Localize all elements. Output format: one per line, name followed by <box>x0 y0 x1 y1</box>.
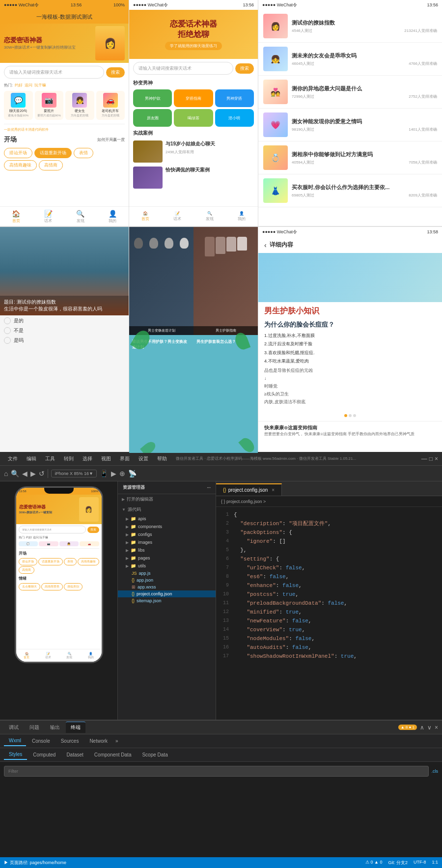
phone-mini-btn-5[interactable]: 高情商 <box>19 566 34 574</box>
ide-menu-edit[interactable]: 编辑 <box>23 454 40 463</box>
s2-nav-discover[interactable]: 🔍 发现 <box>206 211 214 222</box>
ide-toolbar-home-icon[interactable]: ⌂ <box>4 470 8 477</box>
ide-menu-view[interactable]: 视图 <box>97 454 115 463</box>
ide-menu-goto[interactable]: 转到 <box>60 454 78 463</box>
s2-search-button[interactable]: 搜索 <box>235 63 254 74</box>
phone-mini-btn2-1[interactable]: 去点餐聊天 <box>19 583 40 590</box>
s1-search-input[interactable]: 请输入关键词搜索聊天话术 <box>4 66 104 79</box>
s1-btn-high-iq[interactable]: 高情商 <box>39 160 63 170</box>
s3-item-4[interactable]: 💗 测女神能发现你的爱意之情吗 98190人测过 1401人觉得准确 <box>258 109 442 141</box>
s3-item-5[interactable]: 💍 测相亲中你能够做到让对方满意吗 40594人测过 7058人觉得准确 <box>258 141 442 174</box>
ide-toolbar-play-icon[interactable]: ▶ <box>111 470 116 477</box>
ide-panel-tab-component-data[interactable]: Component Data <box>89 750 137 759</box>
ide-toolbar-wifi-icon[interactable]: 📡 <box>128 470 137 477</box>
ide-maximize-button[interactable]: □ <box>429 455 433 462</box>
s4-option-3[interactable]: 是吗 <box>4 337 125 344</box>
s1-search-button[interactable]: 搜索 <box>106 67 125 78</box>
ide-folder-pages[interactable]: ▶ 📁 pages <box>118 554 216 562</box>
s2-god-item-4[interactable]: 原友圈 <box>133 109 172 127</box>
s3-item-2[interactable]: 👧 测未来的女友会是乖乖女吗 46045人测过 4766人觉得准确 <box>258 43 442 76</box>
ide-dt-down-icon[interactable]: ∨ <box>427 724 432 731</box>
s4-radio-2[interactable] <box>4 327 11 334</box>
s4-radio-3[interactable] <box>4 337 11 344</box>
s6-back-button[interactable]: ‹ <box>264 241 267 249</box>
phone-mini-btn-4[interactable]: 高情商趣味 <box>78 558 99 565</box>
ide-toolbar-forward-icon[interactable]: ▶ <box>30 470 36 477</box>
ide-minimize-button[interactable]: — <box>421 455 427 462</box>
ide-insp-tab-wxml[interactable]: Wxml <box>4 736 26 746</box>
s2-god-item-1[interactable]: 男神护款 <box>133 89 172 107</box>
ide-menu-tools[interactable]: 工具 <box>41 454 59 463</box>
ide-insp-tab-console[interactable]: Console <box>27 736 55 746</box>
ide-insp-tab-network[interactable]: Network <box>84 736 112 746</box>
phone-mini-btn-1[interactable]: 搭讪开场 <box>19 558 37 565</box>
s4-radio-1[interactable] <box>4 317 11 324</box>
ide-menu-select[interactable]: 选择 <box>79 454 96 463</box>
ide-dt-close-icon[interactable]: × <box>435 724 438 731</box>
phone-mini-btn2-3[interactable]: 调侃类别 <box>64 583 83 590</box>
phone-mini-nav-home[interactable]: 🏠首页 <box>24 652 29 660</box>
ide-tab-close-icon[interactable]: × <box>272 487 275 493</box>
ide-code-editor[interactable]: 1 { 2 "description": "项目配置文件", 3 "packOp… <box>216 507 442 720</box>
s1-btn-topic-restart[interactable]: 话题重新开场 <box>34 148 72 158</box>
s1-nav-discover[interactable]: 🔍 发现 <box>76 210 84 224</box>
ide-menu-help[interactable]: 帮助 <box>153 454 171 463</box>
s2-god-item-2[interactable]: 穿搭指南 <box>174 89 213 107</box>
s4-option-1[interactable]: 是的 <box>4 317 125 324</box>
s2-nav-skills[interactable]: 📝 话术 <box>173 211 181 222</box>
phone-mini-nav-skills[interactable]: 📝话术 <box>45 652 51 660</box>
ide-folder-utils[interactable]: ▶ 📁 utils <box>118 562 216 570</box>
ide-file-sitemap[interactable]: {} sitemap.json <box>118 597 216 604</box>
s1-nav-home[interactable]: 🏠 首页 <box>12 210 20 224</box>
s3-item-3[interactable]: 💑 测你的异地恋最大问题是什么 72996人测过 2752人觉得准确 <box>258 76 442 109</box>
phone-mini-btn-3[interactable]: 表情 <box>64 558 77 565</box>
s4-option-2[interactable]: 不是 <box>4 327 125 334</box>
s2-case-item-1[interactable]: 与19岁小姑娘走心聊天 2496人觉得有用 <box>129 139 258 165</box>
phone-mini-btn2-2[interactable]: 高情商赞美 <box>41 583 63 590</box>
s1-card-photo[interactable]: 📷 要照片 要照片成功超90% <box>35 91 64 120</box>
ide-dt-tab-output[interactable]: 输出 <box>45 722 65 733</box>
s1-hot-tag-1[interactable]: 约好 <box>15 83 23 88</box>
ide-folder-libs[interactable]: ▶ 📁 libs <box>118 546 216 554</box>
s1-link[interactable]: 一款优秀的话卡消遣代码软件 <box>0 126 129 133</box>
ide-dt-up-icon[interactable]: ∧ <box>420 724 424 731</box>
s2-nav-profile[interactable]: 👤 我的 <box>238 211 246 222</box>
s1-nav-skills[interactable]: 📝 话术 <box>44 210 53 224</box>
s1-card-chat[interactable]: 💬 聊天前20句 避免冷场超90% <box>4 91 33 120</box>
ide-panel-tab-styles[interactable]: Styles <box>4 750 27 760</box>
ide-panel-tab-computed[interactable]: Computed <box>28 750 60 759</box>
s1-hot-tag-2[interactable]: 追问 <box>25 83 32 88</box>
s1-btn-high-iq-fun[interactable]: 高情商趣味 <box>4 160 37 170</box>
ide-section-source-code[interactable]: ▼ 源代码 <box>118 504 216 515</box>
ide-toolbar-search-icon[interactable]: 🔍 <box>11 470 19 477</box>
ide-file-appjs[interactable]: JS app.js <box>118 570 216 577</box>
ide-file-projectconfig[interactable]: {} project.config.json <box>118 590 216 597</box>
phone-mini-nav-discover[interactable]: 🔍发现 <box>66 652 72 660</box>
ide-folder-configs[interactable]: ▶ 📁 configs <box>118 531 216 538</box>
s1-card-girl[interactable]: 👧 硬女生 方向盘把控哦 <box>65 91 94 120</box>
ide-menu-file[interactable]: 文件 <box>4 454 22 463</box>
ide-toolbar-stop-icon[interactable]: ⊕ <box>119 470 125 477</box>
ide-toolbar-phone-icon[interactable]: 📱 <box>100 470 108 477</box>
ide-close-button[interactable]: × <box>435 455 438 462</box>
ide-menu-interface[interactable]: 界面 <box>116 454 134 463</box>
ide-section-open-editors[interactable]: ▶ 打开的编辑器 <box>118 494 216 504</box>
ide-filetree-menu-icon[interactable]: ··· <box>207 485 211 490</box>
s1-btn-chat-start[interactable]: 搭讪开场 <box>4 148 32 158</box>
ide-file-appwxss[interactable]: ⊞ app.wxss <box>118 584 216 590</box>
ide-insp-more-icon[interactable]: » <box>115 738 118 744</box>
ide-panel-tab-scope-data[interactable]: Scope Data <box>137 750 172 759</box>
s2-god-item-3[interactable]: 男神穿搭 <box>215 89 254 107</box>
s2-god-item-5[interactable]: 喝绿茶 <box>174 109 213 127</box>
s2-god-item-6[interactable]: 澄小明 <box>215 109 254 127</box>
ide-insp-tab-sources[interactable]: Sources <box>56 736 84 746</box>
s1-btn-emotion[interactable]: 表情 <box>74 148 93 158</box>
s1-nav-profile[interactable]: 👤 我的 <box>109 210 117 224</box>
ide-toolbar-back-icon[interactable]: ◀ <box>22 470 28 477</box>
s2-case-item-2[interactable]: 恰快调侃的聊天案例 <box>129 165 258 191</box>
ide-folder-components[interactable]: ▶ 📁 components <box>118 523 216 531</box>
ide-folder-apis[interactable]: ▶ 📁 apis <box>118 515 216 523</box>
phone-mini-btn-2[interactable]: 话题重新开场 <box>38 558 63 565</box>
s3-item-1[interactable]: 👩 测试你的撩妹指数 4546人测过 213241人觉得准确 <box>258 10 442 43</box>
ide-dt-tab-debug[interactable]: 调试 <box>4 722 24 733</box>
